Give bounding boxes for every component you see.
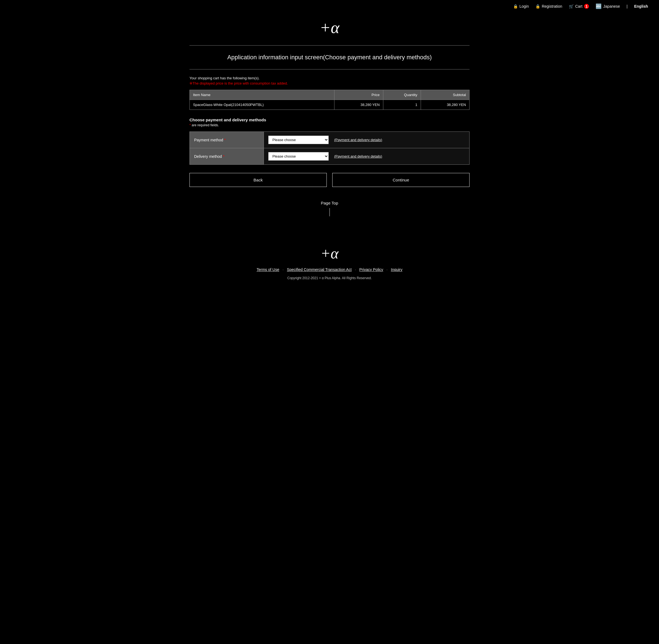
delivery-method-label-cell: Delivery method * <box>190 148 264 165</box>
cell-quantity: 1 <box>383 100 421 110</box>
header-nav: 🔒 Login 🔒 Registration 🛒 Cart 1 🔤 Japane… <box>0 0 659 13</box>
delivery-method-select[interactable]: Please choose <box>268 152 329 161</box>
table-row: SpaceGlass-White Opal(210414050PWTBL) 38… <box>190 100 470 110</box>
payment-details-link[interactable]: (Payment and delivery details) <box>334 138 382 142</box>
required-note: * are required fields. <box>189 123 470 127</box>
col-header-subtotal: Subtotal <box>421 90 469 100</box>
required-note-text: are required fields. <box>192 123 219 127</box>
payment-required-asterisk: * <box>224 138 226 142</box>
payment-method-select[interactable]: Please choose <box>268 136 329 144</box>
delivery-required-asterisk: * <box>223 154 224 159</box>
lang-divider: | <box>627 4 628 8</box>
cart-label: Cart <box>575 4 583 8</box>
title-divider-top <box>189 45 470 46</box>
col-header-price: Price <box>335 90 383 100</box>
footer: +α Terms of Use · Specified Commercial T… <box>0 239 659 285</box>
delivery-details-link[interactable]: (Payment and delivery details) <box>334 154 382 158</box>
footer-logo[interactable]: +α <box>0 245 659 262</box>
login-label: Login <box>520 4 529 8</box>
footer-privacy-link[interactable]: Privacy Policy <box>359 267 383 272</box>
login-link[interactable]: 🔒 Login <box>513 4 529 8</box>
delivery-method-row: Delivery method * Please choose (Payment… <box>190 148 470 165</box>
japanese-label: Japanese <box>603 4 620 8</box>
page-top-section: Page Top <box>189 201 470 217</box>
tax-notice-text: ※The displayed price is the price with c… <box>189 81 470 85</box>
footer-copyright: Copyright 2012-2021 + α Plus Alpha. All … <box>0 276 659 280</box>
footer-inquiry-link[interactable]: Inquiry <box>391 267 403 272</box>
registration-icon: 🔒 <box>536 4 540 8</box>
col-header-quantity: Quantity <box>383 90 421 100</box>
registration-label: Registration <box>542 4 562 8</box>
cart-link[interactable]: 🛒 Cart 1 <box>569 4 589 9</box>
english-label[interactable]: English <box>634 4 648 8</box>
footer-terms-link[interactable]: Terms of Use <box>256 267 279 272</box>
cart-notice: Your shopping cart has the following ite… <box>189 76 470 85</box>
page-top-link[interactable]: Page Top <box>189 201 470 205</box>
form-table: Payment method * Please choose (Payment … <box>189 132 470 165</box>
footer-specified-act-link[interactable]: Specified Commercial Transaction Act <box>287 267 352 272</box>
page-title: Application information input screen(Cho… <box>189 51 470 64</box>
main-content: Application information input screen(Cho… <box>184 45 475 239</box>
page-top-line <box>330 208 330 216</box>
header-logo-area: +α <box>0 13 659 45</box>
payment-method-label-cell: Payment method * <box>190 132 264 148</box>
cart-notice-text: Your shopping cart has the following ite… <box>189 76 470 80</box>
col-header-item-name: Item Name <box>190 90 335 100</box>
cell-price: 38,280 YEN <box>335 100 383 110</box>
footer-sep-1: · <box>282 267 283 272</box>
registration-link[interactable]: 🔒 Registration <box>536 4 562 8</box>
site-logo[interactable]: +α <box>320 18 339 37</box>
cell-subtotal: 38,280 YEN <box>421 100 469 110</box>
cart-count-badge: 1 <box>584 4 589 9</box>
cart-icon: 🛒 <box>569 4 574 8</box>
delivery-method-label: Delivery method <box>194 154 222 159</box>
footer-sep-2: · <box>355 267 356 272</box>
payment-method-label: Payment method <box>194 138 223 142</box>
back-button[interactable]: Back <box>189 173 327 187</box>
cell-item-name: SpaceGlass-White Opal(210414050PWTBL) <box>190 100 335 110</box>
language-icon: 🔤 <box>596 3 601 9</box>
asterisk-symbol: * <box>189 123 191 127</box>
language-switcher[interactable]: 🔤 Japanese <box>596 3 620 9</box>
form-section-title: Choose payment and delivery methods <box>189 117 470 122</box>
payment-method-row: Payment method * Please choose (Payment … <box>190 132 470 148</box>
cart-table: Item Name Price Quantity Subtotal SpaceG… <box>189 90 470 110</box>
lock-icon: 🔒 <box>513 4 518 8</box>
buttons-row: Back Continue <box>189 173 470 187</box>
continue-button[interactable]: Continue <box>332 173 470 187</box>
delivery-method-input-cell: Please choose (Payment and delivery deta… <box>264 148 470 165</box>
footer-links: Terms of Use · Specified Commercial Tran… <box>0 267 659 272</box>
footer-sep-3: · <box>387 267 388 272</box>
payment-method-input-cell: Please choose (Payment and delivery deta… <box>264 132 470 148</box>
